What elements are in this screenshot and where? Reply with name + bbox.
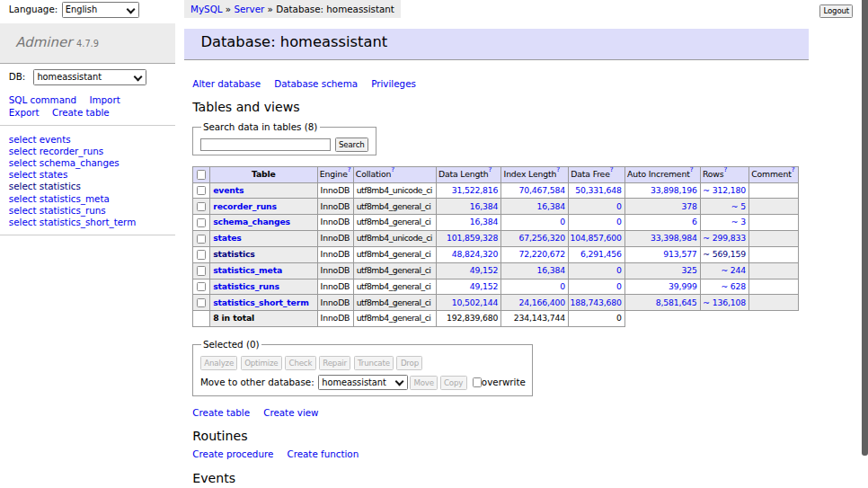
sidebar-table-item: select statistics_runs: [9, 205, 176, 217]
copy-button[interactable]: Copy: [440, 376, 467, 390]
data-free-link[interactable]: 0: [616, 201, 622, 211]
create-view-link[interactable]: Create view: [263, 407, 318, 418]
data-free-link[interactable]: 50,331,648: [575, 185, 622, 195]
index-length-cell: 16,384: [501, 262, 569, 279]
table-name-link[interactable]: events: [213, 185, 244, 195]
data-length-link[interactable]: 101,859,328: [447, 233, 498, 243]
data-free-link[interactable]: 0: [616, 281, 622, 291]
select-all-checkbox[interactable]: [197, 170, 206, 179]
sidebar-link-import[interactable]: Import: [89, 94, 120, 105]
auto-increment-link[interactable]: 6: [692, 217, 697, 226]
logout-button[interactable]: Logout: [819, 4, 853, 19]
data-length-link[interactable]: 10,502,144: [452, 297, 499, 307]
row-checkbox[interactable]: [197, 266, 206, 275]
table-name-link[interactable]: recorder_runs: [213, 201, 277, 211]
auto-increment-link[interactable]: 33,898,196: [651, 185, 697, 195]
sidebar-link-select-statistics-meta[interactable]: select statistics_meta: [9, 193, 110, 204]
row-checkbox[interactable]: [197, 218, 206, 227]
sidebar-link-select-statistics[interactable]: select statistics: [9, 181, 81, 191]
table-name-link[interactable]: statistics: [213, 249, 254, 259]
optimize-button[interactable]: Optimize: [241, 356, 282, 370]
create-procedure-link[interactable]: Create procedure: [192, 448, 273, 459]
data-free-link[interactable]: 0: [616, 217, 622, 226]
rows-link[interactable]: ~ 628: [721, 281, 746, 291]
scrollbar-thumb[interactable]: [862, 0, 868, 456]
database-schema-link[interactable]: Database schema: [274, 78, 358, 89]
row-checkbox[interactable]: [197, 282, 206, 291]
search-button[interactable]: Search: [335, 138, 368, 152]
row-checkbox[interactable]: [197, 298, 206, 307]
sidebar-link-export[interactable]: Export: [9, 107, 40, 118]
rows-link[interactable]: ~ 3: [731, 217, 746, 226]
sidebar-link-create-table[interactable]: Create table: [52, 107, 110, 118]
auto-increment-link[interactable]: 8,581,645: [656, 297, 697, 307]
index-length-link[interactable]: 70,467,584: [519, 185, 566, 195]
search-input[interactable]: [200, 138, 331, 151]
rows-link[interactable]: ~ 5: [731, 201, 746, 211]
sidebar-link-sql-command[interactable]: SQL command: [9, 94, 76, 105]
table-name-link[interactable]: statistics_short_term: [213, 297, 308, 307]
index-length-link[interactable]: 67,256,320: [519, 233, 566, 243]
data-length-link[interactable]: 16,384: [470, 201, 499, 211]
move-db-select[interactable]: homeassistant: [318, 375, 408, 390]
db-select[interactable]: homeassistant: [33, 69, 146, 84]
alter-database-link[interactable]: Alter database: [192, 78, 261, 89]
drop-button[interactable]: Drop: [396, 356, 422, 370]
rows-link[interactable]: ~ 312,180: [703, 185, 746, 195]
index-length-link[interactable]: 0: [560, 281, 565, 291]
adminer-logo-text[interactable]: Adminer: [15, 34, 72, 50]
data-length-link[interactable]: 16,384: [470, 217, 499, 226]
table-name-link[interactable]: schema_changes: [213, 217, 290, 226]
auto-increment-link[interactable]: 913,577: [663, 249, 696, 259]
rows-link[interactable]: ~ 244: [721, 265, 746, 275]
sidebar-table-item: select statistics_meta: [9, 193, 176, 205]
comment-doc-link: ?: [792, 166, 795, 173]
data-free-link[interactable]: 6,291,456: [580, 249, 622, 259]
rows-link[interactable]: ~ 569,159: [703, 249, 746, 259]
table-name-link[interactable]: states: [213, 233, 242, 243]
rows-link[interactable]: ~ 299,833: [703, 233, 746, 243]
data-free-link[interactable]: 188,743,680: [570, 297, 621, 307]
sidebar-link-select-states[interactable]: select states: [9, 169, 68, 180]
data-length-link[interactable]: 48,824,320: [452, 249, 499, 259]
data-free-link[interactable]: 0: [616, 265, 622, 275]
sidebar-link-select-statistics-runs[interactable]: select statistics_runs: [9, 205, 106, 216]
index-length-link[interactable]: 24,166,400: [519, 297, 566, 307]
language-select[interactable]: English: [62, 2, 139, 17]
sidebar-link-select-schema-changes[interactable]: select schema_changes: [9, 157, 120, 168]
overwrite-checkbox[interactable]: [473, 377, 482, 386]
table-name-link[interactable]: statistics_meta: [213, 265, 282, 275]
check-button[interactable]: Check: [285, 356, 315, 370]
create-function-link[interactable]: Create function: [287, 448, 359, 459]
row-checkbox-cell: [193, 231, 210, 247]
data-length-link[interactable]: 31,522,816: [452, 185, 499, 195]
privileges-link[interactable]: Privileges: [371, 78, 416, 89]
auto-increment-cell: 33,898,196: [624, 182, 700, 199]
index-length-link[interactable]: 16,384: [537, 265, 566, 275]
rows-link[interactable]: ~ 136,108: [703, 297, 746, 307]
sidebar-link-select-recorder-runs[interactable]: select recorder_runs: [9, 146, 103, 156]
table-name-link[interactable]: statistics_runs: [213, 281, 279, 291]
auto-increment-link[interactable]: 325: [681, 265, 696, 275]
truncate-button[interactable]: Truncate: [354, 356, 394, 370]
auto-increment-link[interactable]: 39,999: [669, 281, 697, 291]
sidebar-link-select-statistics-short-term[interactable]: select statistics_short_term: [9, 217, 136, 227]
index-length-link[interactable]: 16,384: [537, 201, 566, 211]
row-checkbox[interactable]: [197, 250, 206, 259]
col-rows: Rows?: [700, 166, 748, 182]
data-length-link[interactable]: 49,152: [470, 265, 499, 275]
auto-increment-link[interactable]: 33,398,984: [651, 233, 697, 243]
sidebar-link-select-events[interactable]: select events: [9, 134, 71, 145]
move-button[interactable]: Move: [410, 376, 438, 390]
analyze-button[interactable]: Analyze: [200, 356, 238, 370]
data-free-link[interactable]: 104,857,600: [570, 233, 621, 243]
index-length-link[interactable]: 72,220,672: [519, 249, 566, 259]
create-table-link[interactable]: Create table: [192, 407, 250, 418]
index-length-link[interactable]: 0: [560, 217, 565, 226]
row-checkbox[interactable]: [197, 186, 206, 195]
row-checkbox[interactable]: [197, 235, 206, 244]
repair-button[interactable]: Repair: [319, 356, 350, 370]
data-length-link[interactable]: 49,152: [470, 281, 499, 291]
row-checkbox[interactable]: [197, 202, 206, 211]
auto-increment-link[interactable]: 378: [681, 201, 696, 211]
